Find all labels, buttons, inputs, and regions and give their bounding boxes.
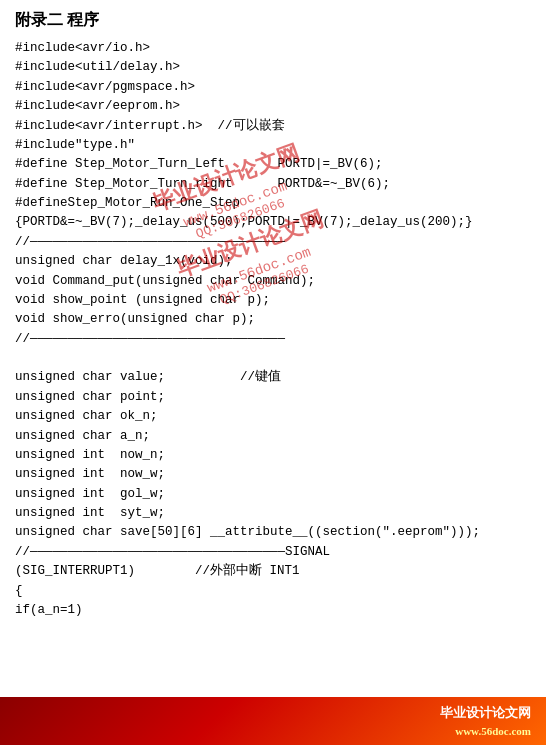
code-line: #include<avr/eeprom.h> — [15, 97, 531, 116]
code-line: unsigned int syt_w; — [15, 504, 531, 523]
code-line: (SIG_INTERRUPT1) //外部中断 INT1 — [15, 562, 531, 581]
code-line: unsigned char point; — [15, 388, 531, 407]
code-line: { — [15, 582, 531, 601]
code-line: void Command_put(unsigned char Command); — [15, 272, 531, 291]
code-block: #include<avr/io.h> #include<util/delay.h… — [15, 39, 531, 620]
page: 附录二 程序 #include<avr/io.h> #include<util/… — [0, 0, 546, 745]
code-line: //—————————————————————————————————— — [15, 233, 531, 252]
bottom-banner: 毕业设计论文网 www.56doc.com — [0, 697, 546, 745]
code-line: //—————————————————————————————————— — [15, 330, 531, 349]
code-line: void show_erro(unsigned char p); — [15, 310, 531, 329]
code-line: unsigned int now_n; — [15, 446, 531, 465]
code-line: #define Step_Motor_Turn_Left PORTD|=_BV(… — [15, 155, 531, 174]
code-line: #include"type.h" — [15, 136, 531, 155]
code-line: #include<avr/interrupt.h> //可以嵌套 — [15, 117, 531, 136]
code-line: unsigned int now_w; — [15, 465, 531, 484]
code-line — [15, 349, 531, 368]
code-line: void show_point (unsigned char p); — [15, 291, 531, 310]
code-line: #include<avr/io.h> — [15, 39, 531, 58]
code-line: if(a_n=1) — [15, 601, 531, 620]
code-line: {PORTD&=~_BV(7);_delay_us(500);PORTD|=_B… — [15, 213, 531, 232]
code-line: unsigned char save[50][6] __attribute__(… — [15, 523, 531, 542]
code-line: unsigned int gol_w; — [15, 485, 531, 504]
code-line: #include<avr/pgmspace.h> — [15, 78, 531, 97]
code-line: #include<util/delay.h> — [15, 58, 531, 77]
banner-site-name: 毕业设计论文网 — [440, 703, 531, 723]
banner-content: 毕业设计论文网 www.56doc.com — [440, 703, 531, 739]
code-line: unsigned char delay_1x(void); — [15, 252, 531, 271]
code-line: //——————————————————————————————————SIGN… — [15, 543, 531, 562]
banner-url: www.56doc.com — [440, 723, 531, 740]
code-line: #define Step_Motor_Turn_right PORTD&=~_B… — [15, 175, 531, 194]
code-line: unsigned char a_n; — [15, 427, 531, 446]
page-title: 附录二 程序 — [15, 10, 531, 31]
code-line-value: unsigned char value; //键值 — [15, 368, 531, 387]
code-line: #defineStep_Motor_Run_One_Step — [15, 194, 531, 213]
code-line: unsigned char ok_n; — [15, 407, 531, 426]
